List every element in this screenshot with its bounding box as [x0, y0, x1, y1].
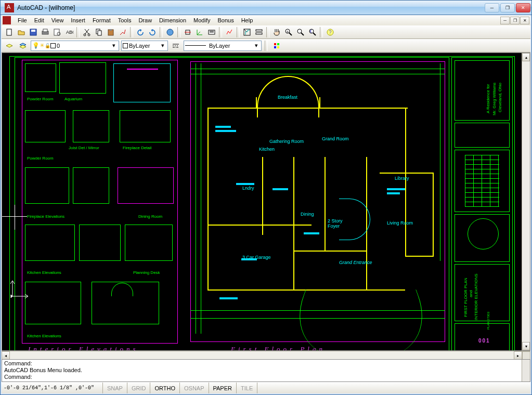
dropdown-icon: ▾	[110, 42, 118, 49]
named-views-button[interactable]	[253, 27, 265, 38]
mdi-minimize-button[interactable]: ─	[500, 17, 510, 24]
mode-grid[interactable]: GRID	[127, 383, 151, 393]
spelling-button[interactable]: ABC	[63, 27, 75, 38]
vscroll-track[interactable]	[522, 61, 530, 342]
standard-toolbar: ABC ± ?	[2, 25, 530, 39]
note	[273, 188, 288, 190]
minimize-button[interactable]: ─	[485, 3, 499, 12]
scroll-down-button[interactable]: ▾	[522, 342, 530, 350]
menu-format[interactable]: Format	[89, 16, 114, 24]
zoom-realtime-button[interactable]: ±	[283, 27, 294, 38]
linetype-name: ByLayer	[209, 43, 230, 49]
menu-draw[interactable]: Draw	[135, 16, 155, 24]
open-button[interactable]	[16, 27, 27, 38]
app-icon	[5, 3, 14, 12]
zoom-previous-button[interactable]	[307, 27, 318, 38]
ucs-button[interactable]	[194, 27, 205, 38]
drawing-viewport[interactable]: Breakfast Gathering Room Grand Room Kitc…	[2, 52, 530, 351]
maximize-button[interactable]: ❐	[500, 3, 515, 12]
command-window[interactable]: Command: AutoCAD Bonus Menu loaded. Comm…	[2, 359, 530, 382]
label-dining: Dining	[301, 212, 314, 217]
layer-control[interactable]: 💡 ☀ 🔓 0 ▾	[31, 41, 119, 51]
titleblock-client1: A Residence for	[486, 84, 490, 113]
mode-osnap[interactable]: OSNAP	[180, 383, 209, 393]
mdi-close-button[interactable]: ✕	[520, 17, 529, 24]
menubar: File Edit View Insert Format Tools Draw …	[2, 15, 530, 25]
wall	[319, 97, 320, 109]
scroll-left-button[interactable]: ◂	[2, 351, 10, 360]
paste-button[interactable]	[105, 27, 116, 38]
mode-snap[interactable]: SNAP	[103, 383, 127, 393]
command-scrollbar[interactable]	[522, 360, 530, 381]
menu-file[interactable]: File	[14, 16, 31, 24]
label-kitchen-elev: Kitchen Elevations	[27, 270, 61, 275]
hscroll-track[interactable]	[10, 351, 514, 359]
svg-point-26	[297, 29, 302, 33]
print-button[interactable]	[40, 27, 51, 38]
new-button[interactable]	[4, 27, 15, 38]
undo-button[interactable]	[135, 27, 146, 38]
aerial-view-button[interactable]	[241, 27, 253, 38]
pan-realtime-button[interactable]	[271, 27, 282, 38]
match-properties-button[interactable]	[117, 27, 128, 38]
revision-grid	[465, 155, 499, 207]
print-preview-button[interactable]	[51, 27, 63, 38]
close-button[interactable]: ✕	[516, 3, 530, 12]
copy-button[interactable]	[93, 27, 105, 38]
menu-help[interactable]: Help	[238, 16, 257, 24]
note	[387, 188, 405, 190]
inquiry-button[interactable]	[206, 27, 217, 38]
section-title-right: First Floor Plan	[231, 345, 326, 351]
titleblock-client3: Cleveland, Ohio	[498, 83, 502, 112]
osnap-flyout-button[interactable]	[182, 27, 193, 38]
make-object-layer-current-button[interactable]	[4, 40, 15, 51]
menu-insert[interactable]: Insert	[67, 16, 89, 24]
menu-tools[interactable]: Tools	[114, 16, 135, 24]
wall	[293, 251, 366, 252]
svg-rect-11	[98, 31, 101, 35]
svg-rect-36	[277, 43, 279, 45]
dim-line	[190, 69, 445, 69]
detail-box	[79, 225, 121, 261]
scroll-up-button[interactable]: ▴	[522, 53, 530, 61]
mode-paper[interactable]: PAPER	[209, 383, 237, 393]
note	[304, 232, 319, 234]
horizontal-scrollbar[interactable]: ◂ ▸	[2, 351, 530, 359]
coordinate-display[interactable]: -0'-0 21/64",1'-6 1/8" ,0'-0"	[2, 383, 103, 393]
statusbar: -0'-0 21/64",1'-6 1/8" ,0'-0" SNAP GRID …	[2, 382, 530, 393]
scroll-right-button[interactable]: ▸	[514, 351, 522, 360]
cut-button[interactable]	[81, 27, 93, 38]
mdi-restore-button[interactable]: ❐	[510, 17, 520, 24]
svg-rect-38	[277, 46, 279, 48]
redo-button[interactable]	[147, 27, 158, 38]
mode-tile[interactable]: TILE	[237, 383, 257, 393]
menu-modify[interactable]: Modify	[190, 16, 214, 24]
linetype-control[interactable]: ByLayer ▾	[184, 41, 262, 51]
mdi-document-icon[interactable]	[3, 16, 11, 24]
wall	[207, 108, 209, 289]
menu-dimension[interactable]: Dimension	[155, 16, 190, 24]
wall	[325, 157, 326, 251]
menu-bonus[interactable]: Bonus	[214, 16, 237, 24]
menu-edit[interactable]: Edit	[31, 16, 48, 24]
wall	[262, 157, 263, 235]
mode-ortho[interactable]: ORTHO	[150, 383, 180, 393]
layers-button[interactable]	[17, 40, 29, 51]
dim-line	[196, 63, 196, 334]
command-prompt[interactable]: Command:	[4, 374, 528, 380]
titlebar[interactable]: AutoCAD - [wilhome] ─ ❐ ✕	[1, 1, 531, 15]
properties-button[interactable]	[271, 40, 282, 51]
label-aquarium: Aquarium	[64, 97, 82, 101]
save-button[interactable]	[28, 27, 39, 38]
launch-browser-button[interactable]	[164, 27, 176, 38]
menu-view[interactable]: View	[48, 16, 68, 24]
redraw-button[interactable]	[224, 27, 235, 38]
vertical-scrollbar[interactable]: ▴ ▾	[522, 53, 530, 350]
label-planning: Planning Desk	[133, 270, 160, 275]
linetype-button[interactable]	[170, 40, 181, 51]
color-control[interactable]: ByLayer ▾	[121, 41, 168, 51]
zoom-window-button[interactable]	[295, 27, 306, 38]
ucs-icon	[9, 276, 32, 301]
help-button[interactable]: ?	[325, 27, 336, 38]
layer-color-swatch	[50, 43, 56, 48]
